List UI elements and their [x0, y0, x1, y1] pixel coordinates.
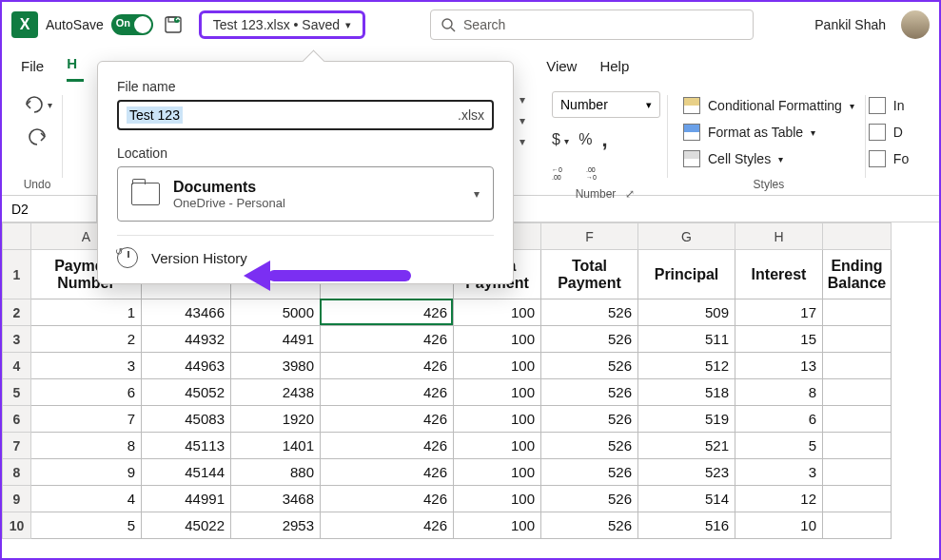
header-cell[interactable]: Principal	[638, 250, 735, 299]
cell[interactable]	[823, 459, 892, 486]
cell[interactable]: 100	[454, 433, 541, 459]
header-cell[interactable]: Interest	[735, 250, 823, 299]
cell[interactable]: 43466	[142, 299, 231, 326]
overflow-caret-icon[interactable]: ▾	[520, 114, 540, 127]
cell-styles-button[interactable]: Cell Styles ▾	[679, 148, 858, 169]
cell[interactable]: 1	[31, 299, 142, 326]
cell[interactable]: 518	[638, 379, 735, 406]
cell[interactable]: 45113	[142, 433, 231, 459]
redo-button[interactable]	[19, 124, 55, 150]
filename-dropdown[interactable]: Test 123.xlsx • Saved ▾	[199, 10, 365, 39]
cell[interactable]	[823, 433, 892, 459]
cell[interactable]: 2	[31, 326, 142, 353]
column-header[interactable]: H	[735, 223, 823, 250]
cell[interactable]: 9	[31, 459, 142, 486]
cell[interactable]: 100	[454, 379, 541, 406]
currency-button[interactable]: $ ▾	[552, 131, 569, 148]
cell[interactable]: 516	[638, 512, 735, 539]
user-avatar[interactable]	[901, 10, 930, 39]
dialog-launcher-icon[interactable]: ⤢	[623, 187, 637, 204]
cell[interactable]: 100	[454, 299, 541, 326]
cell[interactable]: 514	[638, 486, 735, 512]
cell[interactable]: 44991	[142, 486, 231, 512]
overflow-caret-icon[interactable]: ▾	[520, 93, 540, 106]
file-name-input[interactable]: Test 123 .xlsx	[117, 100, 494, 130]
cell[interactable]: 1920	[231, 406, 321, 433]
cell[interactable]: 100	[454, 353, 541, 379]
conditional-formatting-button[interactable]: Conditional Formatting ▾	[679, 95, 858, 116]
cell[interactable]: 45052	[142, 379, 231, 406]
undo-button[interactable]: ▾	[19, 91, 55, 118]
column-header[interactable]: G	[638, 223, 735, 250]
cell[interactable]: 3980	[231, 353, 321, 379]
comma-button[interactable]: ,	[602, 127, 608, 152]
cell[interactable]: 15	[735, 326, 823, 353]
cell[interactable]	[823, 299, 892, 326]
cell[interactable]: 5000	[231, 299, 321, 326]
cell[interactable]: 10	[735, 512, 823, 539]
name-box[interactable]: D2	[2, 196, 97, 222]
cell[interactable]	[823, 512, 892, 539]
cell[interactable]: 4491	[231, 326, 321, 353]
tab-help[interactable]: Help	[599, 52, 629, 82]
percent-button[interactable]: %	[578, 131, 592, 148]
cell[interactable]: 3468	[231, 486, 321, 512]
cell[interactable]	[823, 326, 892, 353]
cell[interactable]: 426	[321, 433, 454, 459]
location-dropdown[interactable]: Documents OneDrive - Personal ▾	[117, 166, 494, 222]
cell[interactable]: 526	[541, 486, 638, 512]
cell[interactable]: 526	[541, 512, 638, 539]
tab-view[interactable]: View	[546, 52, 577, 82]
cell[interactable]: 519	[638, 406, 735, 433]
cell[interactable]: 12	[735, 486, 823, 512]
cell[interactable]: 45144	[142, 459, 231, 486]
cell[interactable]: 100	[454, 326, 541, 353]
cell[interactable]: 526	[541, 459, 638, 486]
cell[interactable]: 426	[321, 406, 454, 433]
cell[interactable]: 512	[638, 353, 735, 379]
cell[interactable]: 526	[541, 433, 638, 459]
cell[interactable]: 526	[541, 406, 638, 433]
cell[interactable]: 426	[321, 512, 454, 539]
number-format-dropdown[interactable]: Number▾	[552, 91, 660, 118]
column-header[interactable]	[823, 223, 892, 250]
cell[interactable]: 45083	[142, 406, 231, 433]
cell[interactable]: 426	[321, 459, 454, 486]
column-header[interactable]: F	[541, 223, 638, 250]
cell[interactable]: 44963	[142, 353, 231, 379]
cell[interactable]: 3	[31, 353, 142, 379]
cell[interactable]: 2953	[231, 512, 321, 539]
cell[interactable]: 100	[454, 459, 541, 486]
cell[interactable]: 526	[541, 353, 638, 379]
cell[interactable]: 17	[735, 299, 823, 326]
cell[interactable]: 4	[31, 486, 142, 512]
cell[interactable]	[823, 486, 892, 512]
decrease-decimal-button[interactable]: .00→0	[586, 165, 605, 181]
cell[interactable]: 6	[735, 406, 823, 433]
cell[interactable]: 426	[321, 486, 454, 512]
cell[interactable]	[823, 406, 892, 433]
cell[interactable]: 521	[638, 433, 735, 459]
cell[interactable]: 100	[454, 486, 541, 512]
cell[interactable]: 2438	[231, 379, 321, 406]
autosave-toggle[interactable]: On	[111, 14, 153, 35]
cell[interactable]: 100	[454, 512, 541, 539]
cell[interactable]	[823, 353, 892, 379]
cell[interactable]	[823, 379, 892, 406]
tab-home[interactable]: H	[67, 49, 84, 82]
cell[interactable]: 880	[231, 459, 321, 486]
cell[interactable]: 44932	[142, 326, 231, 353]
cell[interactable]: 426	[321, 299, 454, 326]
cell[interactable]: 426	[321, 353, 454, 379]
overflow-caret-icon[interactable]: ▾	[520, 135, 540, 148]
cell[interactable]: 426	[321, 326, 454, 353]
cell[interactable]: 7	[31, 406, 142, 433]
cell[interactable]: 526	[541, 326, 638, 353]
cell[interactable]: 511	[638, 326, 735, 353]
cell[interactable]: 45022	[142, 512, 231, 539]
cell[interactable]: 523	[638, 459, 735, 486]
version-history-button[interactable]: Version History	[117, 247, 494, 268]
cell[interactable]: 509	[638, 299, 735, 326]
cell[interactable]: 426	[321, 379, 454, 406]
cell[interactable]: 8	[31, 433, 142, 459]
